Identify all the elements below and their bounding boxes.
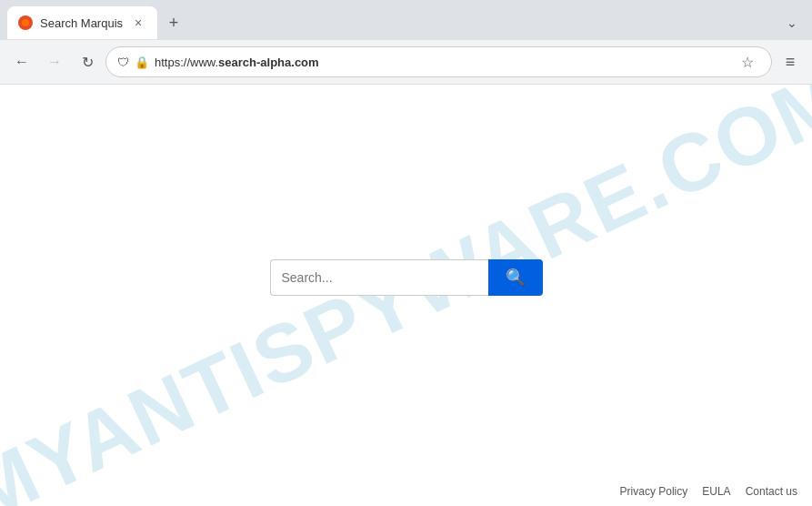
new-tab-button[interactable]: + [161,10,186,35]
privacy-policy-link[interactable]: Privacy Policy [620,485,688,498]
search-button[interactable]: 🔍 [488,259,543,296]
active-tab[interactable]: Search Marquis × [7,6,157,39]
tab-title: Search Marquis [40,16,123,30]
tab-list-button[interactable]: ⌄ [779,10,805,35]
address-prefix: https://www. [155,56,218,69]
tab-bar: Search Marquis × + ⌄ [0,0,812,40]
reload-button[interactable]: ↻ [73,47,102,76]
menu-button[interactable]: ≡ [776,47,805,76]
tab-favicon [18,15,33,30]
security-shield-icon: 🛡 [117,56,129,69]
back-button[interactable]: ← [7,47,36,76]
search-input[interactable] [270,259,488,296]
search-box: 🔍 [270,259,543,296]
address-domain: search-alpha.com [218,56,319,69]
page-content: MYANTISPYWARE.COM 🔍 Privacy Policy EULA … [0,85,812,506]
search-icon: 🔍 [506,268,526,288]
address-text[interactable]: https://www.search-alpha.com [155,56,729,69]
lock-icon: 🔒 [135,56,149,69]
tab-close-button[interactable]: × [130,15,146,31]
eula-link[interactable]: EULA [702,485,730,498]
footer: Privacy Policy EULA Contact us [620,485,797,498]
forward-button[interactable]: → [40,47,69,76]
contact-us-link[interactable]: Contact us [746,485,797,498]
nav-bar: ← → ↻ 🛡 🔒 https://www.search-alpha.com ☆… [0,40,812,84]
browser-chrome: Search Marquis × + ⌄ ← → ↻ 🛡 🔒 https://w… [0,0,812,85]
bookmark-button[interactable]: ☆ [735,49,760,75]
address-bar[interactable]: 🛡 🔒 https://www.search-alpha.com ☆ [105,46,772,77]
